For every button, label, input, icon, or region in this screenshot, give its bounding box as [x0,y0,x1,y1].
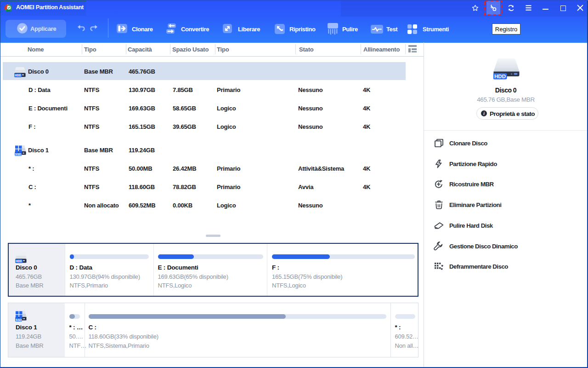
svg-text:SSD: SSD [16,318,22,322]
svg-text:HDD: HDD [16,259,22,263]
svg-text:HDD: HDD [494,74,506,79]
svg-text:HDD: HDD [15,74,21,77]
svg-text:SSD: SSD [15,153,22,156]
svg-text:i: i [483,111,485,116]
